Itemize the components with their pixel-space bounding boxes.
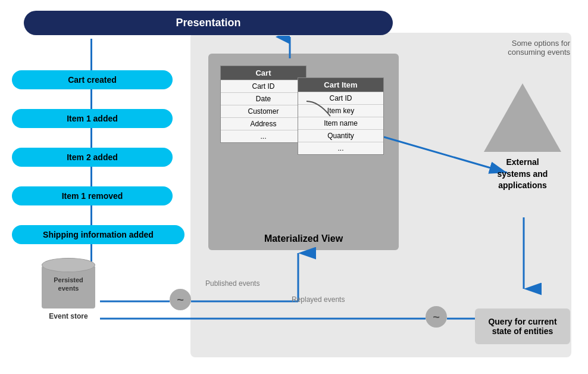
cart-join-line [304, 98, 333, 122]
arrow-up-to-presentation [275, 36, 305, 60]
cart-table: Cart Cart ID Date Customer Address ... [220, 66, 306, 143]
cart-item-row-quantity: Quantity [298, 129, 383, 142]
cart-item-row-dots: ... [298, 142, 383, 154]
cart-item-table-header: Cart Item [298, 78, 383, 92]
some-options-label: Some options forconsuming events [508, 39, 570, 57]
query-box: Query for current state of entities [475, 308, 570, 344]
cart-row-cartid: Cart ID [221, 80, 306, 92]
cart-row-date: Date [221, 92, 306, 105]
mv-label: Materialized View [208, 233, 399, 244]
event-item1-removed: Item 1 removed [12, 186, 173, 205]
cart-row-dots: ... [221, 130, 306, 142]
external-systems-label: Externalsystems andapplications [484, 157, 561, 192]
event-store-container: Persistedevents Event store [42, 258, 95, 320]
event-shipping-added: Shipping information added [12, 225, 184, 244]
external-systems-container: Externalsystems andapplications [484, 83, 561, 192]
presentation-label: Presentation [176, 17, 240, 29]
cart-row-customer: Customer [221, 105, 306, 117]
external-systems-triangle [484, 83, 561, 152]
event-store-label: Event store [42, 312, 95, 320]
wave-circle-1: ~ [170, 289, 191, 310]
published-events-label: Published events [205, 279, 259, 288]
presentation-bar: Presentation [24, 11, 393, 35]
event-cart-created: Cart created [12, 70, 173, 89]
wave-circle-2: ~ [426, 306, 447, 328]
diagram-container: Presentation Some options forconsuming e… [0, 0, 588, 374]
event-item2-added: Item 2 added [12, 148, 173, 167]
cart-row-address: Address [221, 117, 306, 130]
replayed-events-label: Replayed events [292, 295, 345, 304]
cart-table-header: Cart [221, 66, 306, 80]
event-item1-added: Item 1 added [12, 109, 173, 128]
